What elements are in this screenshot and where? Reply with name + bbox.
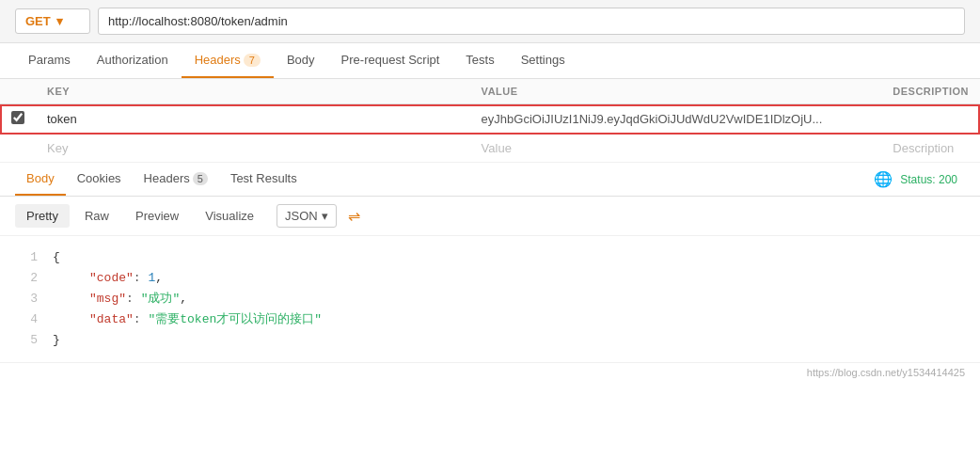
response-tabs-row: Body Cookies Headers5 Test Results 🌐 Sta… (0, 163, 980, 197)
placeholder-value[interactable]: Value (470, 135, 882, 163)
format-tab-visualize[interactable]: Visualize (194, 204, 265, 228)
response-headers-badge: 5 (193, 172, 208, 185)
tab-body[interactable]: Body (274, 43, 328, 78)
format-chevron-icon: ▾ (322, 209, 328, 223)
table-row-placeholder: Key Value Description (0, 135, 980, 163)
headers-badge: 7 (244, 54, 261, 67)
globe-icon: 🌐 (874, 170, 893, 188)
method-label: GET (25, 14, 51, 28)
method-chevron: ▾ (56, 14, 63, 28)
col-desc-header: DESCRIPTION (881, 79, 980, 104)
request-tabs: Params Authorization Headers7 Body Pre-r… (0, 43, 980, 79)
col-check (0, 79, 36, 104)
status-badge: Status: 200 (900, 173, 957, 186)
response-tabs-left: Body Cookies Headers5 Test Results (15, 163, 308, 196)
table-row: token eyJhbGciOiJIUzI1NiJ9.eyJqdGkiOiJUd… (0, 104, 980, 135)
code-line-3: 3 "msg": "成功", (15, 289, 965, 309)
headers-table: KEY VALUE DESCRIPTION token eyJhbGciOiJI… (0, 79, 980, 163)
code-line-1: 1{ (15, 247, 965, 268)
col-value-header: VALUE (470, 79, 882, 104)
format-type-select[interactable]: JSON ▾ (277, 204, 337, 228)
row-checkbox[interactable] (11, 111, 24, 124)
format-tabs-row: Pretty Raw Preview Visualize JSON ▾ ⇌ (0, 197, 980, 236)
url-bar-container: GET ▾ (0, 0, 980, 43)
tab-test-results[interactable]: Test Results (219, 163, 308, 196)
status-area: 🌐 Status: 200 (874, 170, 965, 188)
tab-params[interactable]: Params (15, 43, 84, 78)
tab-response-headers[interactable]: Headers5 (133, 163, 219, 196)
row-checkbox-cell (0, 104, 36, 135)
row-value[interactable]: eyJhbGciOiJIUzI1NiJ9.eyJqdGkiOiJUdWdU2Vw… (470, 104, 882, 135)
tab-prerequest[interactable]: Pre-request Script (328, 43, 453, 78)
format-tab-pretty[interactable]: Pretty (15, 204, 70, 228)
footer-link: https://blog.csdn.net/y1534414425 (0, 362, 980, 382)
code-line-4: 4 "data": "需要token才可以访问的接口" (15, 309, 965, 330)
tab-response-body[interactable]: Body (15, 163, 66, 196)
url-input[interactable] (98, 8, 965, 35)
method-select[interactable]: GET ▾ (15, 8, 90, 34)
format-tab-raw[interactable]: Raw (73, 204, 120, 228)
tab-tests[interactable]: Tests (452, 43, 507, 78)
tab-headers[interactable]: Headers7 (182, 43, 274, 78)
code-line-2: 2 "code": 1, (15, 268, 965, 289)
col-key-header: KEY (36, 79, 470, 104)
code-line-5: 5} (15, 330, 965, 351)
tab-settings[interactable]: Settings (508, 43, 578, 78)
code-output: 1{ 2 "code": 1, 3 "msg": "成功", 4 "data":… (0, 236, 980, 362)
row-description[interactable] (881, 104, 980, 135)
tab-authorization[interactable]: Authorization (84, 43, 182, 78)
wrap-icon[interactable]: ⇌ (348, 207, 360, 225)
placeholder-key[interactable]: Key (36, 135, 470, 163)
placeholder-description[interactable]: Description (881, 135, 980, 163)
format-tab-preview[interactable]: Preview (124, 204, 190, 228)
row-key[interactable]: token (36, 104, 470, 135)
tab-cookies[interactable]: Cookies (66, 163, 133, 196)
